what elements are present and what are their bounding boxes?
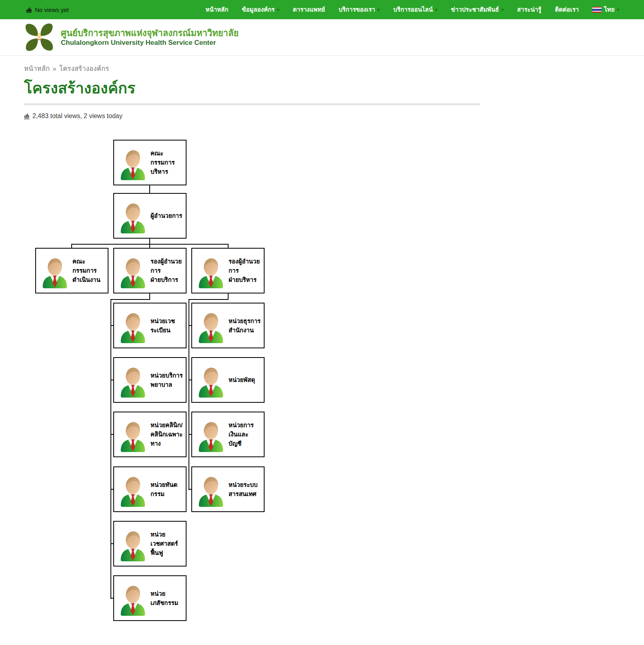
nav-item-label: บริการออนไลน์ — [393, 5, 433, 14]
person-icon — [118, 310, 147, 344]
connector-line — [110, 489, 113, 490]
org-node-label-line: หน่วยระบบ — [229, 480, 258, 489]
breadcrumb-current: โครงสร้างองค์กร — [59, 63, 109, 74]
org-node-label-line: คลินิกเฉพาะทาง — [150, 430, 184, 448]
org-node-label: คณะกรรมการบริหาร — [150, 149, 184, 177]
nav-item-label: บริการของเรา — [339, 5, 375, 14]
org-node-label: หน่วยการเงินและบัญชี — [229, 420, 262, 448]
nav-item-3[interactable]: บริการของเรา▾ — [339, 5, 380, 14]
org-node-deputy-services: รองผู้อำนวยการฝ่ายบริการ — [113, 248, 187, 293]
page-title: โครงสร้างองค์กร — [24, 80, 644, 97]
connector-line — [189, 325, 191, 326]
org-node-office-admin: หน่วยธุรการสำนักงาน — [191, 303, 265, 348]
org-node-deputy-admin: รองผู้อำนวยการฝ่ายบริหาร — [191, 248, 265, 293]
org-node-label: หน่วยเวชศาสตร์ฟื้นฟู — [150, 530, 184, 558]
connector-line — [110, 380, 113, 380]
nav-item-1[interactable]: ข้อมูลองค์กร▾ — [242, 5, 279, 14]
thailand-flag-icon — [592, 7, 602, 13]
org-node-label-line: ฝ่ายบริการ — [150, 275, 184, 284]
person-icon — [118, 474, 147, 507]
nav-item-4[interactable]: บริการออนไลน์▾ — [393, 5, 437, 14]
title-divider — [24, 103, 480, 105]
org-node-label-line: ดำเนินงาน — [72, 275, 106, 284]
org-node-label-line: พยาบาล — [150, 380, 183, 389]
org-node-label: หน่วยบริการพยาบาล — [150, 371, 183, 390]
health-center-logo-icon — [24, 22, 54, 52]
connector-line — [110, 598, 113, 599]
nav-item-label: ข่าวประชาสัมพันธ์ — [451, 5, 499, 14]
person-icon — [197, 255, 225, 289]
org-node-operating-committee: คณะกรรมการดำเนินงาน — [35, 248, 108, 293]
person-icon — [197, 474, 225, 507]
org-node-finance-accounting: หน่วยการเงินและบัญชี — [191, 412, 265, 457]
nav-item-label: สาระน่ารู้ — [517, 5, 541, 14]
org-node-label: หน่วยเภสัชกรรม — [150, 589, 184, 608]
org-node-medical-records: หน่วยเวชระเบียน — [113, 303, 187, 348]
org-chart: คณะกรรมการบริหาร ผู้อำนวยการ คณะกรรมการด… — [0, 136, 644, 636]
org-node-label-line: ฝ่ายบริหาร — [229, 275, 262, 284]
connector-line — [71, 244, 72, 248]
connector-line — [189, 489, 191, 490]
org-node-label-line: สารสนเทศ — [229, 489, 258, 498]
nav-item-label: ตารางแพทย์ — [293, 5, 325, 14]
connector-line — [110, 543, 113, 544]
person-icon — [118, 583, 147, 616]
org-node-label-line: หน่วยเวชระเบียน — [150, 316, 184, 335]
nav-item-0[interactable]: หน้าหลัก — [206, 5, 229, 14]
org-node-label-line: บัญชี — [229, 439, 262, 448]
person-icon — [118, 419, 147, 452]
connector-line — [189, 380, 191, 380]
org-node-label-line: คณะกรรมการ — [72, 257, 106, 275]
nav-item-5[interactable]: ข่าวประชาสัมพันธ์▾ — [451, 5, 504, 14]
org-node-dental: หน่วยทันตกรรม — [113, 466, 187, 512]
nav-item-6[interactable]: สาระน่ารู้ — [517, 5, 541, 14]
site-logo-link[interactable]: ศูนย์บริการสุขภาพแห่งจุฬาลงกรณ์มหาวิทยาล… — [24, 22, 239, 52]
connector-line — [71, 244, 229, 245]
nav-item-8[interactable]: ไทย▾ — [592, 5, 619, 14]
org-node-nursing-service: หน่วยบริการพยาบาล — [113, 357, 187, 403]
person-icon — [118, 365, 147, 398]
nav-item-label: ไทย — [604, 5, 614, 14]
org-node-label-line: หน่วยทันตกรรม — [150, 480, 184, 499]
connector-line — [149, 239, 150, 248]
org-node-pharmacy: หน่วยเภสัชกรรม — [113, 575, 187, 621]
org-node-label-line: หน่วยการเงินและ — [229, 420, 262, 439]
views-counter: 2,483 total views, 2 views today — [24, 113, 644, 120]
site-header: ศูนย์บริการสุขภาพแห่งจุฬาลงกรณ์มหาวิทยาล… — [0, 19, 644, 56]
org-node-label: หน่วยระบบสารสนเทศ — [229, 480, 258, 499]
top-nav: หน้าหลักข้อมูลองค์กร▾ตารางแพทย์บริการของ… — [206, 0, 619, 19]
breadcrumb: หน้าหลัก » โครงสร้างองค์กร — [24, 63, 644, 74]
site-title-english: Chulalongkorn University Health Service … — [61, 38, 239, 47]
person-icon — [118, 147, 147, 181]
org-node-label-line: ฟื้นฟู — [150, 548, 184, 557]
org-node-director: ผู้อำนวยการ — [113, 193, 187, 239]
org-node-label: คณะกรรมการดำเนินงาน — [72, 257, 106, 285]
person-icon — [197, 365, 225, 398]
views-status: No views yet — [26, 0, 69, 19]
chevron-down-icon: ▾ — [277, 8, 279, 12]
site-title-thai: ศูนย์บริการสุขภาพแห่งจุฬาลงกรณ์มหาวิทยาล… — [61, 28, 239, 39]
org-node-label: ผู้อำนวยการ — [150, 211, 182, 220]
nav-item-2[interactable]: ตารางแพทย์ — [293, 5, 325, 14]
views-counter-text: 2,483 total views, 2 views today — [32, 113, 122, 120]
page: No views yet หน้าหลักข้อมูลองค์กร▾ตารางแ… — [0, 0, 644, 645]
org-node-label: หน่วยทันตกรรม — [150, 480, 184, 499]
breadcrumb-home-link[interactable]: หน้าหลัก — [24, 63, 50, 74]
org-node-label-line: หน่วยเภสัชกรรม — [150, 589, 184, 608]
chevron-down-icon: ▾ — [435, 8, 437, 12]
org-node-label-line: บริหาร — [150, 167, 184, 176]
org-node-label-line: หน่วยพัสดุ — [229, 375, 255, 384]
connector-line — [189, 299, 229, 300]
org-node-label-line: สำนักงาน — [229, 326, 261, 335]
chevron-down-icon: ▾ — [617, 8, 619, 12]
views-status-text: No views yet — [35, 6, 69, 13]
org-node-label: หน่วยเวชระเบียน — [150, 316, 184, 335]
org-node-clinic: หน่วยคลินิก/คลินิกเฉพาะทาง — [113, 412, 187, 457]
nav-item-7[interactable]: ติดต่อเรา — [555, 5, 579, 14]
org-node-label-line: ผู้อำนวยการ — [150, 211, 182, 220]
connector-line — [110, 299, 150, 300]
person-icon — [197, 310, 225, 344]
breadcrumb-separator: » — [52, 65, 56, 73]
nav-item-label: ติดต่อเรา — [555, 5, 579, 14]
person-icon — [197, 419, 225, 452]
